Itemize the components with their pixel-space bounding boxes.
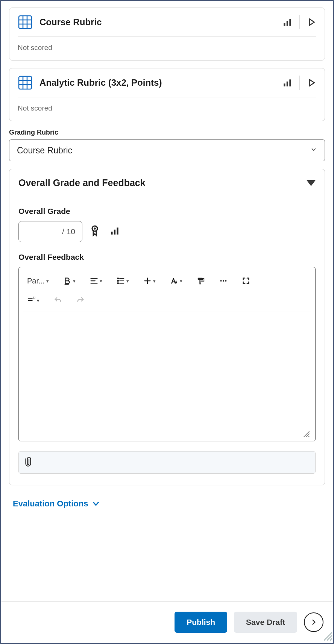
chevron-down-icon [310, 146, 317, 155]
svg-text:123: 123 [33, 296, 35, 299]
overall-grade-input[interactable] [34, 227, 61, 236]
svg-rect-21 [114, 230, 115, 235]
svg-point-38 [225, 280, 226, 282]
format-painter-button[interactable] [194, 273, 207, 288]
feedback-textarea[interactable] [23, 312, 311, 429]
paperclip-icon [24, 456, 34, 469]
rubric-grid-icon [18, 15, 33, 30]
save-draft-button[interactable]: Save Draft [234, 612, 297, 633]
format-picker[interactable]: Par...▾ [25, 273, 51, 288]
svg-marker-17 [310, 79, 314, 86]
font-button[interactable]: ▾ [168, 273, 185, 288]
svg-rect-20 [111, 232, 112, 235]
rubric-title: Course Rubric [39, 17, 276, 27]
undo-button[interactable] [52, 293, 64, 308]
rubric-status: Not scored [18, 97, 316, 112]
list-button[interactable]: ▾ [114, 273, 131, 288]
rubric-title: Analytic Rubric (3x2, Points) [39, 77, 276, 88]
overall-card: Overall Grade and Feedback Overall Grade… [9, 169, 325, 485]
stats-icon[interactable] [109, 226, 121, 237]
redo-button[interactable] [74, 293, 87, 308]
next-button[interactable] [304, 612, 323, 632]
rubric-card-analytic: Analytic Rubric (3x2, Points) Not scored [9, 68, 325, 121]
divider [299, 76, 300, 90]
stats-icon[interactable] [283, 17, 293, 27]
ribbon-icon[interactable] [91, 225, 99, 238]
expand-right-icon[interactable] [307, 78, 316, 88]
svg-point-36 [220, 280, 222, 282]
svg-rect-9 [19, 76, 32, 89]
publish-button[interactable]: Publish [175, 612, 227, 633]
overall-grade-denominator: / 10 [62, 227, 75, 236]
align-button[interactable]: ▾ [88, 273, 105, 288]
stats-icon[interactable] [283, 78, 293, 88]
rubric-card-course: Course Rubric Not scored [9, 8, 325, 61]
rubric-status: Not scored [18, 37, 316, 52]
rubric-grid-icon [18, 75, 33, 90]
svg-rect-15 [287, 82, 288, 86]
bold-button[interactable]: ▾ [61, 273, 78, 288]
editor-toolbar: Par...▾ ▾ ▾ ▾ [23, 271, 311, 312]
svg-point-37 [223, 280, 224, 282]
overall-title: Overall Grade and Feedback [18, 177, 307, 188]
fullscreen-button[interactable] [240, 273, 252, 288]
svg-rect-0 [19, 16, 32, 29]
insert-button[interactable]: ▾ [141, 273, 158, 288]
svg-rect-16 [289, 79, 291, 86]
svg-rect-35 [197, 278, 202, 280]
equation-button[interactable]: 123 ▾ [25, 293, 42, 308]
svg-rect-7 [289, 19, 291, 26]
svg-rect-22 [117, 227, 118, 234]
collapse-caret-icon[interactable] [307, 180, 316, 186]
more-button[interactable] [217, 273, 230, 288]
attachment-bar[interactable] [18, 451, 316, 474]
svg-point-28 [117, 280, 118, 282]
overall-grade-label: Overall Grade [18, 207, 316, 216]
svg-rect-6 [287, 21, 288, 26]
expand-right-icon[interactable] [307, 17, 316, 27]
svg-point-19 [94, 227, 96, 230]
svg-point-27 [117, 278, 118, 279]
feedback-editor: Par...▾ ▾ ▾ ▾ [18, 267, 316, 441]
editor-resize-handle[interactable] [302, 429, 311, 441]
grading-rubric-label: Grading Rubric [9, 129, 325, 136]
footer-bar: Publish Save Draft [2, 601, 332, 642]
svg-rect-5 [284, 23, 285, 26]
svg-line-44 [308, 436, 309, 437]
grading-rubric-selected: Course Rubric [17, 145, 310, 156]
svg-marker-8 [310, 19, 314, 25]
overall-feedback-label: Overall Feedback [18, 253, 316, 262]
divider [299, 15, 300, 29]
svg-rect-14 [284, 83, 285, 86]
grading-rubric-select[interactable]: Course Rubric [9, 139, 325, 161]
evaluation-options-toggle[interactable]: Evaluation Options [11, 497, 102, 511]
svg-point-29 [117, 283, 118, 284]
overall-grade-input-wrap: / 10 [18, 221, 82, 242]
